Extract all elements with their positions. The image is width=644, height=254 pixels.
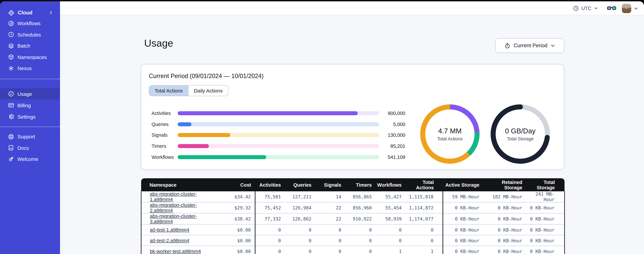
donut-center-label: 0 GB/Day Total Storage (490, 104, 550, 164)
bar-value: 130,000 (379, 132, 405, 138)
table-row: a0-test-2.a98mm4 $0.00 0 0 0 0 0 0 0 KB-… (141, 235, 564, 246)
cell-cost: $0.00 (221, 246, 255, 254)
bar-value: 900,000 (379, 111, 405, 116)
col-namespace: Namespace (141, 178, 221, 191)
cell-workflows: 55,454 (376, 202, 406, 213)
sidebar-divider (0, 127, 60, 127)
cell-queries: 127,211 (285, 191, 316, 202)
actions-tab-group: Total Actions Daily Actions (149, 85, 228, 96)
sidebar-item-label: Welcome (18, 156, 38, 162)
sidebar-item-settings[interactable]: Settings (0, 111, 60, 122)
tab-daily-actions[interactable]: Daily Actions (188, 86, 228, 96)
topbar: UTC (60, 1, 644, 16)
sidebar-nav-account: Usage Billing Settings (0, 88, 60, 122)
cell-retained-storage: 0 KB-Hour (484, 202, 526, 213)
cell-active-storage: 59 MB-Hour (443, 191, 484, 202)
cell-total-actions: 0 (406, 224, 443, 235)
sidebar-item-workflows[interactable]: Workflows (0, 18, 60, 29)
workflows-icon (8, 20, 14, 27)
avatar[interactable] (622, 4, 631, 13)
table-row: a0-test-1.a98mm4 $0.00 0 0 0 0 0 0 0 KB-… (141, 224, 564, 235)
cell-cost: $0.00 (221, 224, 255, 235)
sidebar-nav-footer: Support Docs Welcome (0, 131, 60, 165)
support-lifebuoy-icon (8, 133, 14, 140)
cell-activities: 0 (255, 246, 285, 254)
namespace-link[interactable]: bk-worker-test.a98mm4 (150, 249, 201, 254)
bar-label: Workflows (152, 154, 178, 160)
namespace-link[interactable]: a0-test-1.a98mm4 (150, 227, 189, 232)
tab-total-actions[interactable]: Total Actions (149, 86, 188, 96)
col-activities: Activities (255, 178, 285, 191)
cell-active-storage: 0 KB-Hour (443, 246, 484, 254)
clock-icon (573, 5, 579, 11)
bar-track (178, 112, 379, 116)
brand-label: Cloud (18, 10, 32, 16)
sidebar-item-docs[interactable]: Docs (0, 142, 60, 154)
period-selector-label: Current Period (514, 42, 548, 48)
cell-total-actions: 1 (406, 246, 443, 254)
namespace-link[interactable]: abs-migration-cluster-1.a98mm4 (150, 191, 197, 202)
docs-book-icon (8, 144, 14, 151)
timezone-selector[interactable]: UTC (573, 5, 598, 11)
cell-total-storage: 241 MB-Hour (526, 191, 564, 202)
namespace-link[interactable]: abs-migration-cluster-3.a98mm4 (150, 214, 197, 224)
sidebar-item-billing[interactable]: Billing (0, 100, 60, 111)
cell-activities: 0 (255, 235, 285, 246)
period-selector-button[interactable]: Current Period (495, 38, 564, 53)
cell-retained-storage: 0 KB-Hour (484, 235, 526, 246)
sidebar-item-schedules[interactable]: Schedules (0, 29, 60, 40)
sidebar-collapse-button[interactable] (48, 10, 53, 15)
app-stage: Cloud Workflows Schedules (0, 0, 644, 254)
total-actions-caption: Total Actions (437, 136, 463, 141)
cell-total-actions: 0 (406, 235, 443, 246)
brand-cloud[interactable]: Cloud (0, 7, 60, 19)
sidebar-item-usage[interactable]: Usage (0, 88, 60, 100)
total-actions-donut: 4.7 MM Total Actions (420, 104, 480, 164)
col-total-actions: Total Actions (406, 178, 443, 191)
cell-total-actions: 1,115,018 (406, 191, 443, 202)
bar-value: 541,109 (379, 154, 405, 160)
col-workflows: Workflows (376, 178, 406, 191)
chevron-down-icon (550, 43, 555, 48)
namespaces-icon (8, 54, 14, 60)
namespace-link[interactable]: abs-migration-cluster-2.a98mm4 (150, 202, 197, 213)
cell-queries: 126,984 (285, 202, 316, 213)
cell-active-storage: 0 KB-Hour (443, 224, 484, 235)
cell-workflows: 1 (376, 246, 406, 254)
cell-total-storage: 0 KB-Hour (526, 213, 564, 224)
cell-total-storage: 0 KB-Hour (526, 246, 564, 254)
bar-track (178, 144, 379, 148)
temporal-logo-icon (8, 9, 15, 16)
card-title: Current Period (09/01/2024 — 10/01/2024) (149, 73, 264, 80)
account-menu-button[interactable] (634, 6, 638, 10)
namespace-link[interactable]: a0-test-2.a98mm4 (150, 238, 189, 243)
labs-toggle[interactable] (607, 5, 616, 12)
cell-queries: 0 (285, 246, 316, 254)
timezone-label: UTC (581, 6, 591, 11)
sidebar-item-support[interactable]: Support (0, 131, 60, 142)
cell-active-storage: 0 KB-Hour (443, 213, 484, 224)
sidebar-item-label: Namespaces (18, 54, 47, 60)
sidebar-item-welcome[interactable]: Welcome (0, 154, 60, 165)
cell-cost: $34.42 (221, 191, 255, 202)
cell-workflows: 55,427 (376, 191, 406, 202)
sidebar-item-label: Docs (18, 145, 29, 151)
col-total-storage: Total Storage (526, 178, 564, 191)
batch-icon (8, 42, 14, 49)
total-storage-donut: 0 GB/Day Total Storage (490, 104, 550, 164)
cell-timers: 0 (345, 235, 376, 246)
sidebar-item-batch[interactable]: Batch (0, 40, 60, 52)
col-queries: Queries (285, 178, 316, 191)
table-row: abs-migration-cluster-2.a98mm4 $29.32 75… (141, 202, 564, 213)
sidebar-item-nexus[interactable]: Nexus (0, 63, 60, 74)
stopwatch-icon (504, 42, 510, 49)
col-cost: Cost (221, 178, 255, 191)
bar-row-signals: Signals 130,000 (152, 130, 405, 140)
sidebar-item-namespaces[interactable]: Namespaces (0, 52, 60, 63)
bar-label: Activities (152, 111, 178, 116)
cell-retained-storage: 182 MB-Hour (484, 191, 526, 202)
cell-timers: 0 (345, 224, 376, 235)
namespace-usage-table: Namespace Cost Activities Queries Signal… (141, 178, 564, 254)
cell-timers: 856,960 (345, 202, 376, 213)
bar-row-timers: Timers 85,201 (152, 141, 405, 152)
